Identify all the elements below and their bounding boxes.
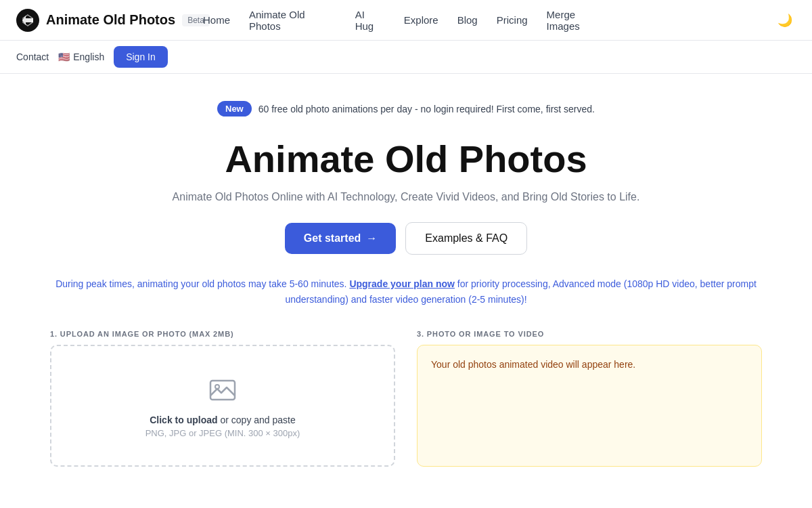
upload-hint: PNG, JPG or JPEG (MIN. 300 × 300px): [145, 428, 300, 438]
get-started-button[interactable]: Get started →: [285, 223, 396, 254]
upload-column: 1. UPLOAD AN IMAGE OR PHOTO (MAX 2MB) Cl…: [50, 330, 395, 467]
announcement-bar: New 60 free old photo animations per day…: [50, 101, 762, 117]
contact-link[interactable]: Contact: [16, 51, 49, 62]
logo-icon: [16, 9, 39, 32]
upload-click-bold: Click to upload: [150, 415, 217, 425]
hero-section: Animate Old Photos Animate Old Photos On…: [50, 138, 762, 255]
arrow-icon: →: [366, 232, 377, 245]
upload-click-text: Click to upload or copy and paste: [150, 415, 296, 425]
examples-faq-button[interactable]: Examples & FAQ: [405, 222, 527, 255]
hero-subtitle: Animate Old Photos Online with AI Techno…: [50, 191, 762, 203]
announcement-text: 60 free old photo animations per day - n…: [258, 104, 595, 114]
upload-label: 1. UPLOAD AN IMAGE OR PHOTO (MAX 2MB): [50, 330, 395, 338]
sub-header: Contact 🇺🇸 English Sign In: [0, 41, 812, 74]
sign-in-button[interactable]: Sign In: [114, 46, 168, 68]
video-placeholder-text: Your old photos animated video will appe…: [431, 359, 635, 370]
nav-ai-hug[interactable]: AI Hug: [355, 9, 385, 32]
image-upload-icon: [206, 374, 239, 406]
video-column: 3. PHOTO OR IMAGE TO VIDEO Your old phot…: [417, 330, 762, 467]
flag-icon: 🇺🇸: [58, 51, 70, 62]
nav-pricing[interactable]: Pricing: [497, 14, 528, 26]
nav-animate-old-photos[interactable]: Animate Old Photos: [249, 9, 336, 32]
main-nav: Home Animate Old Photos AI Hug Explore B…: [203, 9, 609, 32]
nav-blog[interactable]: Blog: [457, 14, 478, 26]
language-selector[interactable]: 🇺🇸 English: [58, 51, 104, 62]
dark-mode-toggle[interactable]: 🌙: [774, 9, 796, 31]
logo-area: Animate Old Photos Beta: [16, 9, 210, 32]
header: Animate Old Photos Beta Home Animate Old…: [0, 0, 812, 41]
upload-or-text: or copy and paste: [220, 415, 295, 425]
logo-text: Animate Old Photos: [46, 12, 175, 28]
upload-dropzone[interactable]: Click to upload or copy and paste PNG, J…: [50, 345, 395, 467]
peak-notice: During peak times, animating your old ph…: [50, 276, 762, 309]
upload-section: 1. UPLOAD AN IMAGE OR PHOTO (MAX 2MB) Cl…: [50, 330, 762, 494]
nav-home[interactable]: Home: [203, 14, 230, 26]
nav-explore[interactable]: Explore: [404, 14, 438, 26]
new-badge: New: [217, 101, 252, 117]
video-output-box: Your old photos animated video will appe…: [417, 345, 762, 467]
get-started-label: Get started: [304, 232, 361, 245]
video-label: 3. PHOTO OR IMAGE TO VIDEO: [417, 330, 762, 338]
hero-title: Animate Old Photos: [50, 138, 762, 180]
peak-notice-part1: During peak times, animating your old ph…: [55, 278, 346, 289]
main-content: New 60 free old photo animations per day…: [34, 74, 778, 494]
nav-merge-images[interactable]: Merge Images: [547, 9, 609, 32]
hero-buttons: Get started → Examples & FAQ: [50, 222, 762, 255]
upgrade-link[interactable]: Upgrade your plan now: [349, 278, 455, 289]
svg-rect-1: [210, 381, 235, 400]
header-right: 🌙: [774, 9, 796, 31]
language-label: English: [73, 51, 104, 62]
